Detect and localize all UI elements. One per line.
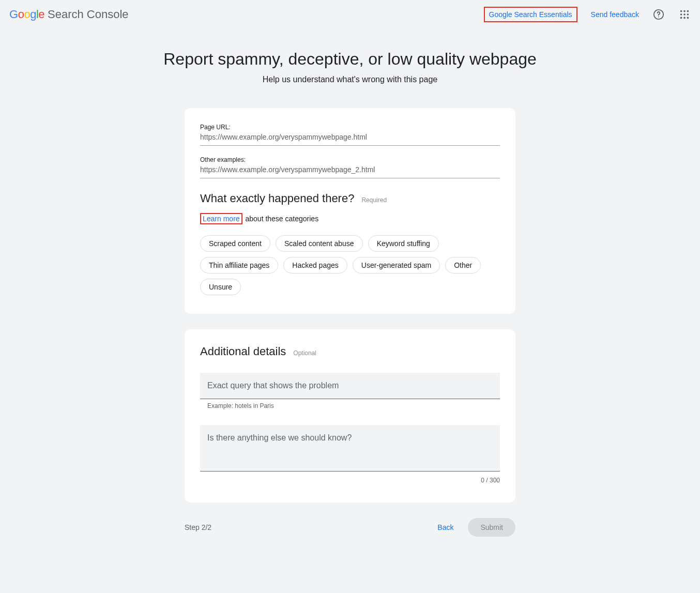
optional-badge: Optional	[293, 349, 316, 357]
char-counter: 0 / 300	[200, 477, 500, 484]
svg-point-8	[683, 17, 686, 19]
step-indicator: Step 2/2	[185, 523, 211, 531]
svg-point-6	[687, 13, 689, 16]
other-examples-value: https://www.example.org/veryspammywebpag…	[200, 165, 500, 177]
header-actions: Google Search Essentials Send feedback	[484, 7, 691, 22]
chip-other[interactable]: Other	[445, 257, 481, 273]
chip-hacked-pages[interactable]: Hacked pages	[283, 257, 347, 273]
page-url-group: Page URL: https://www.example.org/verysp…	[200, 124, 500, 146]
send-feedback-link[interactable]: Send feedback	[591, 10, 639, 19]
report-card: Page URL: https://www.example.org/verysp…	[185, 108, 515, 314]
chip-user-generated-spam[interactable]: User-generated spam	[353, 257, 440, 273]
help-icon[interactable]	[652, 8, 665, 21]
submit-button[interactable]: Submit	[468, 518, 515, 537]
svg-point-3	[687, 10, 689, 12]
query-input[interactable]	[200, 373, 500, 399]
svg-point-5	[683, 13, 686, 16]
product-name: Search Console	[48, 8, 129, 21]
category-chips: Scraped content Scaled content abuse Key…	[200, 235, 500, 295]
app-header: Google Search Console Google Search Esse…	[0, 0, 700, 29]
back-button[interactable]: Back	[437, 523, 453, 531]
page-url-value: https://www.example.org/veryspammywebpag…	[200, 133, 500, 144]
svg-point-9	[687, 17, 689, 19]
chip-scraped-content[interactable]: Scraped content	[200, 235, 270, 252]
notes-textarea[interactable]	[200, 425, 500, 472]
apps-icon[interactable]	[678, 8, 691, 21]
svg-point-7	[680, 17, 682, 19]
divider	[200, 178, 500, 178]
other-examples-group: Other examples: https://www.example.org/…	[200, 156, 500, 178]
chip-keyword-stuffing[interactable]: Keyword stuffing	[368, 235, 439, 252]
chip-thin-affiliate-pages[interactable]: Thin affiliate pages	[200, 257, 278, 273]
wizard-footer: Step 2/2 Back Submit	[185, 518, 515, 537]
page-url-label: Page URL:	[200, 124, 500, 133]
svg-point-1	[680, 10, 682, 12]
chip-scaled-content-abuse[interactable]: Scaled content abuse	[276, 235, 363, 252]
svg-point-2	[683, 10, 686, 12]
svg-point-4	[680, 13, 682, 16]
chip-unsure[interactable]: Unsure	[200, 279, 241, 295]
page-title: Report spammy, deceptive, or low quality…	[117, 50, 583, 69]
learn-more-link[interactable]: Learn more	[200, 213, 242, 224]
search-essentials-link[interactable]: Google Search Essentials	[484, 7, 577, 22]
other-examples-label: Other examples:	[200, 156, 500, 165]
learn-more-suffix: about these categories	[244, 215, 319, 223]
required-badge: Required	[361, 196, 387, 204]
learn-more-row: Learn more about these categories	[200, 215, 500, 223]
additional-details-card: Additional details Optional Example: hot…	[185, 329, 515, 503]
svg-point-0	[658, 17, 659, 18]
query-hint: Example: hotels in Paris	[200, 402, 500, 409]
question-title: What exactly happened there?	[200, 192, 354, 205]
google-logo: Google	[9, 8, 44, 21]
page-subtitle: Help us understand what's wrong with thi…	[117, 75, 583, 84]
logo-area: Google Search Console	[9, 8, 129, 21]
divider	[200, 145, 500, 146]
additional-details-title: Additional details	[200, 345, 286, 358]
